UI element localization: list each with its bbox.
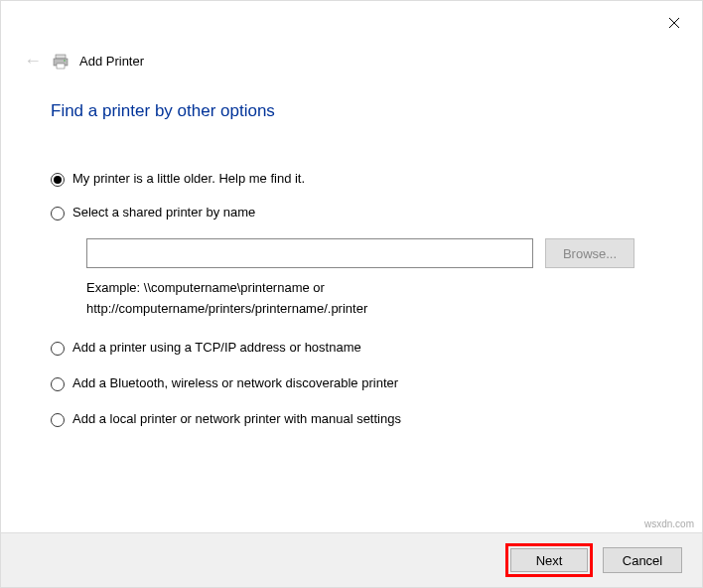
option-shared-printer[interactable]: Select a shared printer by name (51, 205, 652, 220)
option-local[interactable]: Add a local printer or network printer w… (51, 411, 652, 427)
svg-point-5 (64, 60, 66, 62)
watermark: wsxdn.com (644, 518, 694, 529)
close-icon (668, 17, 680, 29)
next-button[interactable]: Next (510, 548, 588, 572)
option-label: Add a printer using a TCP/IP address or … (72, 340, 361, 355)
back-arrow-icon: ← (24, 51, 42, 72)
page-heading: Find a printer by other options (51, 101, 652, 121)
option-label: Add a Bluetooth, wireless or network dis… (72, 375, 398, 390)
wizard-title: Add Printer (79, 54, 144, 69)
close-button[interactable] (664, 13, 684, 33)
option-label: Add a local printer or network printer w… (72, 411, 401, 426)
radio-icon[interactable] (51, 377, 65, 391)
example-text-line2: http://computername/printers/printername… (86, 299, 652, 320)
shared-printer-input[interactable] (86, 238, 533, 268)
browse-button: Browse... (545, 238, 634, 268)
option-bluetooth[interactable]: Add a Bluetooth, wireless or network dis… (51, 375, 652, 391)
radio-icon[interactable] (51, 413, 65, 427)
svg-rect-2 (56, 55, 66, 59)
option-label: Select a shared printer by name (72, 205, 255, 220)
cancel-button[interactable]: Cancel (603, 547, 682, 573)
wizard-header: ← Add Printer (1, 1, 702, 72)
next-button-highlight: Next (505, 543, 593, 577)
option-label: My printer is a little older. Help me fi… (72, 171, 305, 186)
example-text-line1: Example: \\computername\printername or (86, 278, 652, 299)
dialog-footer: Next Cancel (1, 532, 702, 587)
radio-icon[interactable] (51, 342, 65, 356)
radio-icon[interactable] (51, 207, 65, 220)
printer-icon (52, 53, 70, 71)
svg-rect-4 (57, 64, 65, 69)
radio-icon[interactable] (51, 173, 65, 187)
option-older-printer[interactable]: My printer is a little older. Help me fi… (51, 171, 652, 187)
option-tcpip[interactable]: Add a printer using a TCP/IP address or … (51, 340, 652, 356)
